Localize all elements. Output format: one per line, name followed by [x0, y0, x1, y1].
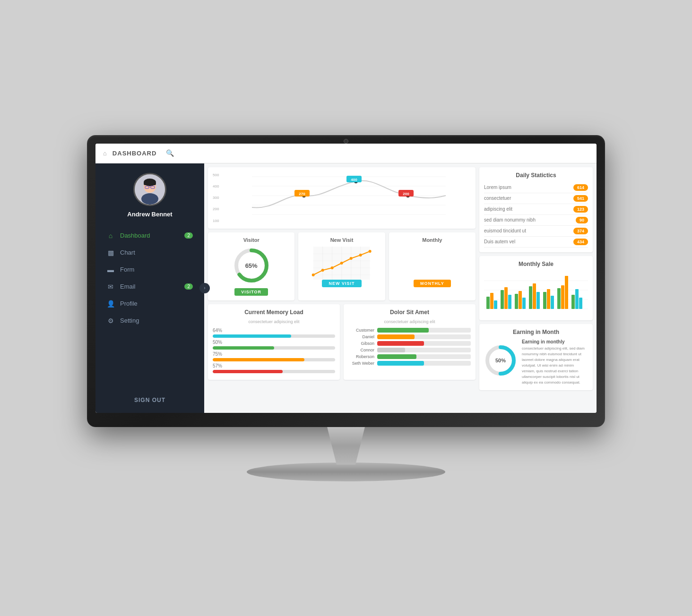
- dolor-panel: Dolor Sit Amet consectetuer adipiscing e…: [344, 304, 476, 380]
- stat-name-5: Duis autem vel: [484, 239, 515, 244]
- hbar-fill-daniel: [377, 334, 415, 339]
- hbar-roberson: Roberson: [348, 354, 471, 359]
- memory-panel: Current Memory Load consectetuer adipisc…: [208, 304, 340, 380]
- visitor-donut: 65%: [233, 247, 270, 284]
- sidebar-item-label: Dashboard: [120, 232, 150, 239]
- chart-nav-icon: ▩: [107, 249, 114, 257]
- svg-point-39: [359, 254, 362, 257]
- svg-rect-53: [522, 298, 526, 309]
- y-label-300: 300: [213, 196, 219, 200]
- svg-rect-65: [579, 298, 582, 309]
- stat-badge-5: 434: [573, 239, 588, 245]
- monthly-bar-chart: [426, 247, 438, 280]
- progress-label-75: 75%: [213, 351, 335, 357]
- stat-badge-0: 614: [573, 184, 588, 191]
- monthly-widget: Monthly MONTHLY: [389, 232, 476, 300]
- svg-point-38: [350, 257, 353, 260]
- svg-point-34: [312, 274, 315, 276]
- new-visit-widget: New Visit: [298, 232, 385, 300]
- visitor-badge: VISITOR: [234, 288, 268, 296]
- new-visit-chart: [303, 247, 380, 280]
- hbar-label-daniel: Daniel: [348, 334, 374, 339]
- y-axis-labels: 500 400 300 200 100: [213, 172, 219, 224]
- hbar-fill-seth: [377, 361, 424, 366]
- sidebar-item-setting[interactable]: ⚙ Setting: [95, 312, 204, 329]
- hbar-customer: Customer: [348, 328, 471, 333]
- left-panels: 500 400 300 200 100: [208, 167, 476, 394]
- stat-badge-3: 90: [576, 217, 588, 223]
- hbar-label-connor: Connor: [348, 348, 374, 352]
- hbar-label-gibson: Gibson: [348, 341, 374, 346]
- monitor-stand-base: [247, 462, 445, 481]
- hbar-fill-connor: [377, 348, 405, 352]
- svg-rect-50: [508, 295, 511, 309]
- email-nav-icon: ✉: [107, 283, 114, 291]
- svg-point-40: [369, 250, 372, 253]
- svg-rect-60: [557, 288, 561, 309]
- sidebar-collapse-button[interactable]: ›: [199, 283, 210, 293]
- sidebar-item-email[interactable]: ✉ Email 2: [95, 278, 204, 295]
- svg-rect-64: [575, 289, 579, 309]
- svg-rect-46: [490, 293, 493, 309]
- progress-label-64: 64%: [213, 328, 335, 333]
- y-label-100: 100: [213, 219, 219, 223]
- progress-57: 57%: [213, 363, 335, 373]
- search-icon: 🔍: [166, 149, 174, 157]
- progress-64: 64%: [213, 328, 335, 338]
- hbar-track-gibson: [377, 341, 471, 346]
- svg-rect-4: [144, 182, 156, 185]
- sidebar-item-form[interactable]: ▬ Form: [95, 261, 204, 278]
- progress-label-50: 50%: [213, 340, 335, 345]
- visitor-title: Visitor: [243, 237, 260, 243]
- progress-fill-64: [213, 334, 291, 338]
- dolor-subtitle: consectetuer adipiscing elit: [348, 319, 471, 324]
- sidebar-item-profile[interactable]: 👤 Profile: [95, 295, 204, 312]
- avatar: [133, 173, 166, 206]
- svg-point-1: [141, 193, 158, 205]
- stat-row-5: Duis autem vel 434: [484, 237, 588, 248]
- hbar-connor: Connor: [348, 348, 471, 352]
- user-name: Andrew Bennet: [127, 211, 172, 218]
- earning-percent: 50%: [495, 358, 506, 363]
- sign-out-button[interactable]: SIGN OUT: [125, 392, 175, 408]
- svg-rect-58: [547, 289, 550, 309]
- svg-point-37: [340, 262, 343, 265]
- hbar-label-seth: Seth Weber: [348, 361, 374, 366]
- sidebar-item-dashboard[interactable]: ⌂ Dashboard 2: [95, 227, 204, 244]
- svg-rect-62: [565, 276, 568, 309]
- profile-nav-icon: 👤: [107, 300, 114, 308]
- bottom-row: Current Memory Load consectetuer adipisc…: [208, 304, 476, 380]
- stat-badge-4: 374: [573, 228, 588, 234]
- progress-label-57: 57%: [213, 363, 335, 368]
- progress-track-57: [213, 370, 335, 373]
- svg-text:200: 200: [403, 192, 409, 196]
- home-icon: ⌂: [103, 150, 107, 157]
- hbar-track-roberson: [377, 354, 471, 359]
- svg-rect-56: [536, 292, 540, 309]
- earning-description: consectetuer adipiscing elit, sed diam n…: [522, 346, 588, 385]
- svg-text:400: 400: [351, 178, 357, 182]
- page-title: DASHBOARD: [112, 150, 157, 157]
- hbar-seth: Seth Weber: [348, 361, 471, 366]
- svg-point-36: [331, 266, 334, 269]
- earning-panel: Earning in Month 50%: [479, 324, 593, 390]
- svg-point-35: [321, 269, 324, 272]
- hbar-daniel: Daniel: [348, 334, 471, 339]
- visitor-widget: Visitor 65% VISITOR: [208, 232, 294, 300]
- svg-rect-47: [494, 300, 497, 309]
- hbar-gibson: Gibson: [348, 341, 471, 346]
- avatar-svg: [135, 174, 165, 205]
- progress-fill-75: [213, 358, 304, 361]
- line-chart-container: 500 400 300 200 100: [213, 172, 471, 224]
- hbar-label-customer: Customer: [348, 328, 374, 333]
- stat-row-0: Lorem ipsum 614: [484, 182, 588, 193]
- progress-track-50: [213, 346, 335, 350]
- sidebar-item-label: Setting: [120, 317, 139, 324]
- dolor-title: Dolor Sit Amet: [348, 309, 471, 316]
- sidebar-item-chart[interactable]: ▩ Chart: [95, 244, 204, 261]
- memory-title: Current Memory Load: [213, 309, 335, 316]
- stat-row-3: sed diam nonummy nibh 90: [484, 215, 588, 226]
- monthly-badge: MONTHLY: [414, 280, 451, 287]
- hbar-track-seth: [377, 361, 471, 366]
- search-bar[interactable]: 🔍: [166, 149, 174, 157]
